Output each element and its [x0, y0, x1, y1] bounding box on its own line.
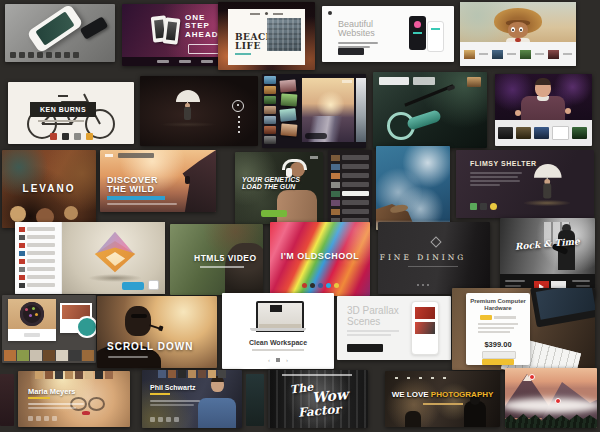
sidebar-item[interactable]	[19, 250, 55, 256]
thumb-discover-the-wild[interactable]: DISCOVER THE WILD	[100, 150, 216, 212]
thumb-fullscreen-gallery[interactable]	[262, 74, 366, 148]
thumb-motorcycle[interactable]	[373, 72, 487, 148]
gallery-thumb[interactable]	[264, 126, 276, 134]
thumb-levano[interactable]: LEVANO	[2, 150, 96, 228]
gallery-thumb[interactable]	[264, 116, 276, 124]
sidebar-item[interactable]	[19, 242, 55, 248]
thumb-flimsy-shelter[interactable]: FLIMSY SHELTER	[456, 150, 594, 218]
playlist-row[interactable]	[331, 208, 369, 215]
thumb-video-player-cartoon[interactable]	[460, 2, 576, 66]
social-icon[interactable]	[28, 416, 33, 421]
avatar[interactable]	[95, 371, 103, 379]
search-box[interactable]	[379, 77, 409, 85]
avatar[interactable]	[158, 370, 166, 378]
thumb-partial[interactable]	[0, 374, 14, 426]
gallery-thumb[interactable]	[264, 86, 276, 94]
playlist-row[interactable]	[331, 163, 369, 170]
social-icon[interactable]	[158, 417, 163, 422]
cta-button[interactable]	[122, 282, 144, 290]
gallery-thumb[interactable]	[264, 96, 276, 104]
social-icon[interactable]	[326, 283, 331, 288]
buy-now-button[interactable]	[482, 359, 514, 365]
thumb-ocean-waves[interactable]	[376, 146, 450, 230]
social-icon[interactable]	[302, 283, 307, 288]
thumb-we-love-photography[interactable]: WE LOVE PHOTOGRAPHY	[385, 371, 500, 427]
scroll-indicator-icon[interactable]	[232, 100, 244, 112]
social-icon[interactable]	[310, 283, 315, 288]
sidebar-item[interactable]	[19, 226, 55, 232]
share-icon[interactable]	[490, 203, 497, 210]
thumb-fine-dining[interactable]: FINE DINING	[378, 222, 490, 294]
social-icon[interactable]	[174, 417, 179, 422]
thumb-maria-meyers[interactable]: Maria Meyers	[18, 371, 130, 427]
thumb-rock-and-time[interactable]: Rock & Time	[500, 218, 595, 298]
thumb-iphone-app[interactable]	[5, 4, 115, 62]
gallery-thumb[interactable]	[264, 106, 276, 114]
avatar[interactable]	[198, 370, 206, 378]
social-icon[interactable]	[166, 417, 171, 422]
sidebar-item[interactable]	[19, 282, 55, 288]
avatar[interactable]	[45, 371, 53, 379]
playlist-row[interactable]	[331, 181, 369, 188]
thumb-beautiful-websites[interactable]: Beautiful Websites	[322, 6, 454, 62]
social-icon[interactable]	[150, 417, 155, 422]
video-thumb[interactable]	[492, 50, 503, 59]
gallery-thumb[interactable]	[264, 76, 276, 84]
food-thumb[interactable]	[4, 350, 16, 361]
thumb-premium-hardware[interactable]: Premium Computer Hardware $399.00	[452, 288, 595, 370]
thumb-glass-cube-gallery[interactable]	[15, 222, 165, 294]
video-thumb[interactable]	[516, 127, 531, 139]
avatar[interactable]	[35, 371, 43, 379]
avatar[interactable]	[178, 370, 186, 378]
thumb-wow-factor[interactable]: The Wow Factor	[268, 370, 368, 428]
sidebar-item[interactable]	[19, 258, 55, 264]
gallery-thumb[interactable]	[264, 136, 276, 144]
food-thumb[interactable]	[56, 350, 68, 361]
avatar[interactable]	[208, 370, 216, 378]
thumb-scroll-down[interactable]: SCROLL DOWN	[97, 296, 217, 368]
thumb-playlist-menu[interactable]	[328, 150, 372, 226]
thumb-3d-parallax[interactable]: 3D Parallax Scenes	[337, 296, 451, 360]
compare-button[interactable]	[482, 351, 516, 359]
playlist-row[interactable]	[331, 154, 369, 161]
thumb-food-gallery[interactable]	[2, 295, 96, 363]
thumb-ken-burns[interactable]: KEN BURNS	[8, 82, 134, 144]
food-thumb[interactable]	[17, 350, 29, 361]
social-icon[interactable]	[334, 283, 339, 288]
prev-arrow-icon[interactable]: ‹	[268, 357, 270, 363]
thumb-mountain-landscape[interactable]	[505, 368, 597, 428]
thumb-clean-workspace[interactable]: Clean Workspace ‹›	[222, 293, 334, 369]
playlist-row-active[interactable]	[331, 190, 369, 197]
sidebar-item[interactable]	[19, 274, 55, 280]
menu-icon[interactable]	[105, 154, 113, 157]
secondary-button[interactable]	[148, 280, 159, 290]
video-thumb[interactable]	[464, 50, 475, 59]
video-thumb-selected[interactable]	[552, 126, 569, 140]
sidebar-item[interactable]	[19, 234, 55, 240]
thumb-umbrella-dark[interactable]	[140, 76, 258, 146]
food-thumb[interactable]	[82, 350, 94, 361]
food-thumb[interactable]	[43, 350, 55, 361]
pagination-dots[interactable]	[378, 284, 468, 286]
video-thumb[interactable]	[534, 127, 549, 139]
thumb-html5-video[interactable]: HTML5 VIDEO	[170, 224, 263, 295]
playlist-row[interactable]	[331, 199, 369, 206]
thumb-video-player-talk[interactable]	[495, 74, 592, 146]
social-icon[interactable]	[52, 416, 57, 421]
next-arrow-icon[interactable]: ›	[286, 357, 288, 363]
video-thumb[interactable]	[548, 50, 559, 59]
thumb-phil-schwartz[interactable]: Phil Schwartz	[142, 370, 242, 428]
carousel-nav[interactable]: ‹›	[222, 357, 334, 363]
thumb-im-oldschool[interactable]: I'M OLDSCHOOL	[270, 222, 370, 296]
avatar[interactable]	[65, 371, 73, 379]
avatar[interactable]	[75, 371, 83, 379]
social-icon[interactable]	[318, 283, 323, 288]
avatar[interactable]	[105, 371, 113, 379]
avatar[interactable]	[85, 371, 93, 379]
sidebar-item[interactable]	[19, 266, 55, 272]
food-thumb[interactable]	[69, 350, 81, 361]
avatar[interactable]	[188, 370, 196, 378]
video-thumb[interactable]	[520, 50, 531, 59]
avatar[interactable]	[168, 370, 176, 378]
thumb-your-genetics[interactable]: YOUR GENETICS LOAD THE GUN	[235, 152, 323, 224]
